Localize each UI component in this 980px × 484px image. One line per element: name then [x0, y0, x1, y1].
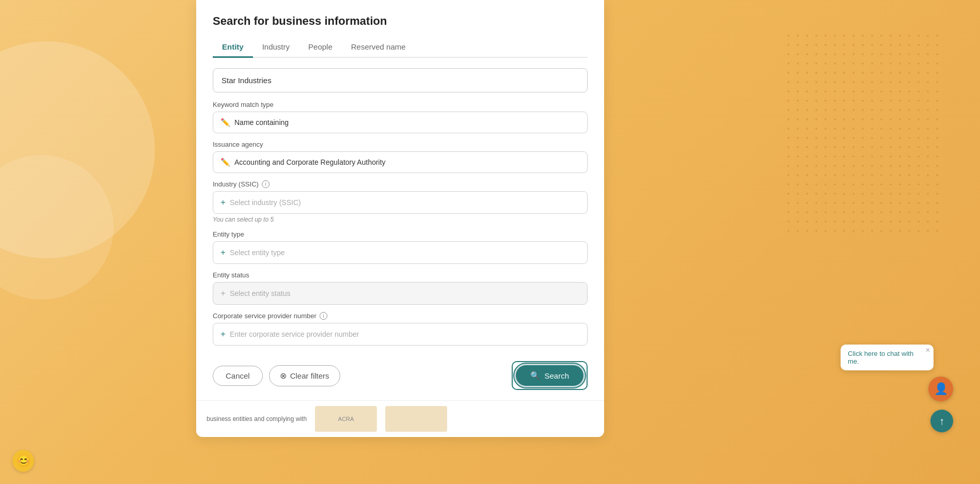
- bg-dots-right: [784, 31, 939, 238]
- entity-status-select: + Select entity status: [213, 282, 588, 305]
- smiley-feedback-button[interactable]: 😊: [12, 450, 34, 472]
- pencil-icon-agency: ✏️: [220, 158, 230, 167]
- scroll-top-icon: ↑: [939, 415, 944, 427]
- chat-avatar-button[interactable]: 👤: [928, 377, 953, 401]
- action-bar: Cancel ⊗ Clear filters 🔍 Search: [196, 353, 604, 400]
- page-title: Search for business information: [213, 14, 588, 28]
- plus-icon-entity-status: +: [220, 288, 226, 299]
- filter-label-entity-status: Entity status: [213, 271, 588, 279]
- chat-widget: Click here to chat with me. ✕: [841, 345, 934, 370]
- filter-label-issuance: Issuance agency: [213, 140, 588, 148]
- filter-industry-ssic: Industry (SSIC) i + Select industry (SSI…: [213, 180, 588, 223]
- pencil-icon: ✏️: [220, 118, 230, 127]
- plus-icon-csp: +: [220, 329, 226, 339]
- card-header: Search for business information Entity I…: [196, 0, 604, 58]
- chat-message: Click here to chat with me.: [848, 350, 926, 365]
- tab-entity[interactable]: Entity: [213, 37, 253, 58]
- chat-close-button[interactable]: ✕: [925, 347, 930, 354]
- filter-issuance-agency: Issuance agency ✏️ Accounting and Corpor…: [213, 140, 588, 173]
- clear-filters-button[interactable]: ⊗ Clear filters: [269, 365, 340, 386]
- filter-entity-status: Entity status + Select entity status: [213, 271, 588, 305]
- chat-avatar-icon: 👤: [934, 382, 948, 396]
- keyword-match-type-select[interactable]: ✏️ Name containing: [213, 112, 588, 133]
- tab-people[interactable]: People: [299, 37, 342, 58]
- search-input-wrap: [196, 58, 604, 92]
- search-button-highlight: 🔍 Search: [512, 361, 588, 390]
- filter-keyword-match-type: Keyword match type ✏️ Name containing: [213, 101, 588, 133]
- industry-ssic-select[interactable]: + Select industry (SSIC): [213, 191, 588, 214]
- main-card: Search for business information Entity I…: [196, 0, 604, 437]
- tab-industry[interactable]: Industry: [253, 37, 299, 58]
- filter-label-industry: Industry (SSIC) i: [213, 180, 588, 188]
- industry-hint: You can select up to 5: [213, 216, 588, 223]
- filter-label-entity-type: Entity type: [213, 230, 588, 238]
- industry-info-icon[interactable]: i: [262, 180, 270, 188]
- search-icon: 🔍: [530, 371, 540, 380]
- bottom-text: business entities and complying with: [207, 415, 307, 423]
- main-search-input[interactable]: [213, 68, 588, 92]
- filters-area: Keyword match type ✏️ Name containing Is…: [196, 92, 604, 346]
- tab-reserved-name[interactable]: Reserved name: [342, 37, 415, 58]
- filter-label-csp: Corporate service provider number i: [213, 312, 588, 320]
- image-placeholder-2: [385, 406, 447, 432]
- csp-number-input[interactable]: + Enter corporate service provider numbe…: [213, 323, 588, 346]
- scroll-top-button[interactable]: ↑: [930, 410, 953, 432]
- filter-csp-number: Corporate service provider number i + En…: [213, 312, 588, 346]
- plus-icon-entity-type: +: [220, 247, 226, 258]
- plus-icon-industry: +: [220, 197, 226, 208]
- smiley-icon: 😊: [17, 454, 30, 467]
- issuance-agency-select[interactable]: ✏️ Accounting and Corporate Regulatory A…: [213, 151, 588, 173]
- clear-filters-icon: ⊗: [280, 371, 287, 381]
- entity-type-select[interactable]: + Select entity type: [213, 241, 588, 264]
- csp-info-icon[interactable]: i: [320, 312, 327, 320]
- cancel-button[interactable]: Cancel: [213, 366, 263, 386]
- tabs-bar: Entity Industry People Reserved name: [213, 37, 588, 58]
- filter-label-keyword: Keyword match type: [213, 101, 588, 108]
- acra-logo-placeholder: ACRA: [315, 406, 377, 432]
- filter-entity-type: Entity type + Select entity type: [213, 230, 588, 264]
- search-button[interactable]: 🔍 Search: [516, 365, 583, 386]
